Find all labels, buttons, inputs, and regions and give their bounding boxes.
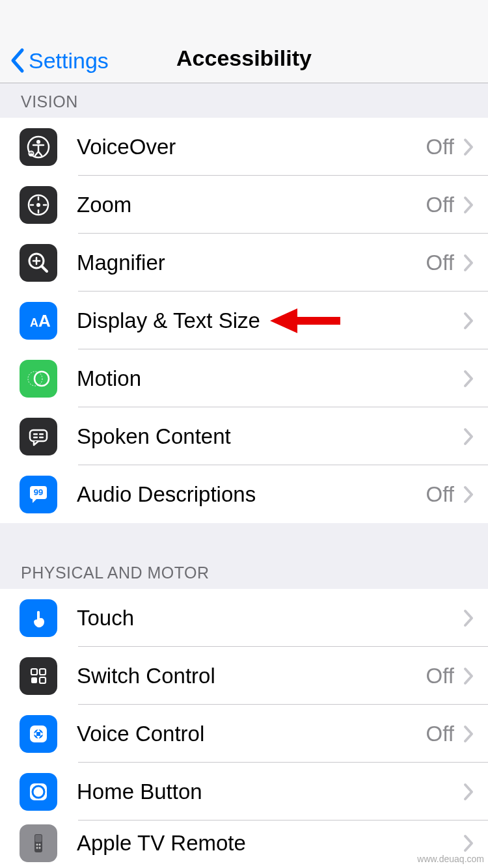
svg-point-4 bbox=[36, 203, 40, 207]
motion-icon bbox=[20, 360, 57, 398]
svg-point-2 bbox=[29, 150, 34, 156]
svg-point-13 bbox=[34, 372, 49, 386]
row-value: Off bbox=[426, 664, 454, 688]
tv-remote-icon bbox=[20, 824, 57, 862]
watermark: www.deuaq.com bbox=[417, 854, 484, 864]
row-label: Audio Descriptions bbox=[77, 482, 426, 507]
svg-rect-16 bbox=[33, 433, 38, 435]
row-audio-descriptions[interactable]: 99 Audio Descriptions Off bbox=[0, 465, 488, 523]
chevron-right-icon bbox=[463, 783, 474, 801]
row-home-button[interactable]: Home Button bbox=[0, 763, 488, 821]
row-label: Touch bbox=[77, 606, 454, 631]
svg-rect-23 bbox=[31, 677, 37, 683]
accessibility-icon bbox=[20, 128, 57, 166]
row-label: Switch Control bbox=[77, 664, 426, 688]
svg-rect-15 bbox=[30, 430, 47, 441]
row-apple-tv-remote[interactable]: Apple TV Remote bbox=[0, 821, 488, 866]
row-value: Off bbox=[426, 135, 454, 159]
chevron-left-icon bbox=[9, 47, 25, 74]
voice-control-icon bbox=[20, 715, 57, 753]
nav-bar: Settings Accessibility bbox=[0, 0, 488, 83]
svg-rect-19 bbox=[39, 437, 44, 439]
switch-grid-icon bbox=[20, 657, 57, 695]
row-voiceover[interactable]: VoiceOver Off bbox=[0, 118, 488, 176]
svg-rect-17 bbox=[39, 433, 44, 435]
chevron-right-icon bbox=[463, 834, 474, 852]
svg-line-6 bbox=[42, 266, 47, 271]
row-label: Display & Text Size bbox=[77, 308, 454, 333]
chevron-right-icon bbox=[463, 427, 474, 446]
row-label: Zoom bbox=[77, 193, 426, 217]
home-button-icon bbox=[20, 773, 57, 811]
chevron-right-icon bbox=[463, 138, 474, 156]
back-label: Settings bbox=[29, 48, 109, 74]
row-label: VoiceOver bbox=[77, 135, 426, 159]
row-value: Off bbox=[426, 722, 454, 746]
chevron-right-icon bbox=[463, 609, 474, 627]
row-label: Magnifier bbox=[77, 251, 426, 275]
chevron-right-icon bbox=[463, 312, 474, 330]
row-zoom[interactable]: Zoom Off bbox=[0, 176, 488, 234]
svg-point-32 bbox=[39, 844, 41, 846]
svg-text:A: A bbox=[38, 311, 51, 331]
svg-text:A: A bbox=[30, 316, 38, 329]
row-voice-control[interactable]: Voice Control Off bbox=[0, 705, 488, 763]
list-vision: VoiceOver Off Zoom Off Magnifier Off AA … bbox=[0, 118, 488, 523]
row-value: Off bbox=[426, 251, 454, 275]
back-button[interactable]: Settings bbox=[9, 47, 109, 74]
row-magnifier[interactable]: Magnifier Off bbox=[0, 234, 488, 292]
row-spoken-content[interactable]: Spoken Content bbox=[0, 407, 488, 465]
chevron-right-icon bbox=[463, 667, 474, 685]
row-motion[interactable]: Motion bbox=[0, 349, 488, 407]
chevron-right-icon bbox=[463, 725, 474, 743]
chevron-right-icon bbox=[463, 196, 474, 214]
svg-rect-24 bbox=[40, 677, 46, 683]
row-label: Spoken Content bbox=[77, 424, 454, 449]
svg-point-1 bbox=[36, 140, 40, 144]
row-display-text-size[interactable]: AA Display & Text Size bbox=[0, 292, 488, 349]
row-switch-control[interactable]: Switch Control Off bbox=[0, 647, 488, 705]
speech-caption-icon bbox=[20, 418, 57, 455]
audio-bubble-icon: 99 bbox=[20, 476, 57, 513]
row-label: Motion bbox=[77, 366, 454, 391]
row-touch[interactable]: Touch bbox=[0, 589, 488, 647]
row-label: Voice Control bbox=[77, 722, 426, 746]
list-physical-motor: Touch Switch Control Off Voice Control O… bbox=[0, 589, 488, 866]
chevron-right-icon bbox=[463, 370, 474, 388]
zoom-target-icon bbox=[20, 186, 57, 224]
magnifier-icon bbox=[20, 244, 57, 282]
row-label: Home Button bbox=[77, 780, 454, 804]
svg-rect-21 bbox=[31, 669, 37, 675]
svg-rect-18 bbox=[33, 437, 38, 439]
svg-point-31 bbox=[36, 844, 38, 846]
section-header-physical-motor: PHYSICAL AND MOTOR bbox=[0, 523, 488, 589]
section-header-vision: VISION bbox=[0, 83, 488, 118]
chevron-right-icon bbox=[463, 254, 474, 272]
text-size-icon: AA bbox=[20, 302, 57, 340]
svg-rect-30 bbox=[35, 835, 42, 842]
row-label: Apple TV Remote bbox=[77, 831, 454, 856]
svg-point-34 bbox=[39, 847, 41, 849]
svg-text:99: 99 bbox=[34, 487, 43, 497]
touch-icon bbox=[20, 599, 57, 637]
chevron-right-icon bbox=[463, 485, 474, 504]
row-value: Off bbox=[426, 482, 454, 507]
svg-point-33 bbox=[36, 847, 38, 849]
svg-rect-22 bbox=[40, 669, 46, 675]
row-value: Off bbox=[426, 193, 454, 217]
